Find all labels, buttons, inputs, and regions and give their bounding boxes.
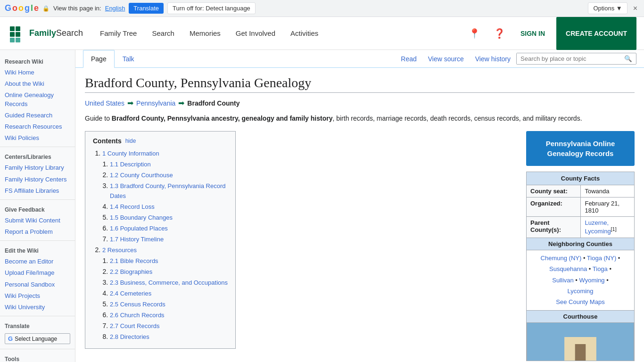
parent-ref: [1]	[611, 226, 617, 232]
google-logo: Google	[5, 3, 39, 13]
wiki-search: 🔍	[516, 53, 636, 65]
close-translate-button[interactable]: ×	[631, 4, 639, 13]
logo-text: FamilySearch	[29, 28, 83, 38]
sidebar: Research Wiki Wiki Home About the Wiki O…	[0, 50, 75, 362]
article-title: Bradford County, Pennsylvania Genealogy	[85, 75, 635, 93]
sidebar-personal-sandbox[interactable]: Personal Sandbox	[0, 279, 75, 290]
svg-rect-0	[10, 26, 15, 31]
content-area: Page Talk Read View source View history …	[75, 50, 644, 362]
sidebar-family-history-centers[interactable]: Family History Centers	[0, 174, 75, 185]
lock-icon: 🔒	[42, 5, 50, 12]
nav-family-tree[interactable]: Family Tree	[92, 17, 144, 50]
toc-item-1-4[interactable]: 1.4 Record Loss	[110, 203, 155, 210]
tab-view-source[interactable]: View source	[422, 51, 470, 66]
toc-item-1-1[interactable]: 1.1 Description	[110, 161, 151, 168]
sidebar-report-problem[interactable]: Report a Problem	[0, 226, 75, 238]
sidebar-upload-file-image[interactable]: Upload File/Image	[0, 267, 75, 279]
courthouse-image	[527, 323, 634, 361]
select-language-btn[interactable]: G Select Language	[5, 333, 70, 344]
sidebar-family-history-library[interactable]: Family History Library	[0, 162, 75, 173]
main-layout: Research Wiki Wiki Home About the Wiki O…	[0, 50, 644, 362]
sidebar-research-resources[interactable]: Research Resources	[0, 121, 75, 132]
language-link[interactable]: English	[105, 5, 125, 12]
toc-item-1-5[interactable]: 1.5 Boundary Changes	[110, 214, 173, 221]
sign-in-button[interactable]: SIGN IN	[515, 26, 551, 41]
sullivan-link[interactable]: Sullivan	[552, 277, 574, 284]
top-navigation: FamilySearch Family Tree Search Memories…	[0, 17, 644, 50]
create-account-button[interactable]: CREATE ACCOUNT	[556, 17, 636, 50]
site-logo[interactable]: FamilySearch	[8, 24, 83, 43]
toc-item-1[interactable]: 1 County Information	[102, 150, 159, 157]
breadcrumb-county: Bradford County	[187, 99, 239, 107]
sidebar-become-editor[interactable]: Become an Editor	[0, 256, 75, 267]
toc-item-2-1[interactable]: 2.1 Bible Records	[110, 257, 158, 264]
article-intro: Guide to Bradford County, Pennsylvania a…	[85, 113, 635, 123]
breadcrumb-us[interactable]: United States	[85, 99, 124, 107]
nav-search[interactable]: Search	[144, 17, 182, 50]
lycoming-neighbor-link[interactable]: Lycoming	[567, 288, 593, 295]
toc-hide-link[interactable]: hide	[125, 138, 136, 144]
tioga-ny-link[interactable]: Tioga (NY)	[587, 255, 616, 262]
nav-memories[interactable]: Memories	[182, 17, 228, 50]
wyoming-link[interactable]: Wyoming	[579, 277, 605, 284]
translate-button[interactable]: Translate	[129, 3, 164, 14]
organized-value: February 21, 1810	[581, 197, 635, 217]
pa-genealogy-button[interactable]: Pennsylvania Online Genealogy Records	[526, 131, 635, 166]
toc-item-2-7[interactable]: 2.7 Court Records	[110, 322, 160, 329]
toc-item-1-2[interactable]: 1.2 County Courthouse	[110, 172, 173, 179]
sidebar-wiki-policies[interactable]: Wiki Policies	[0, 132, 75, 144]
sidebar-about-wiki[interactable]: About the Wiki	[0, 78, 75, 90]
sidebar-wiki-projects[interactable]: Wiki Projects	[0, 290, 75, 302]
tools-title: Tools	[0, 352, 75, 362]
toc-item-2-5[interactable]: 2.5 Census Records	[110, 301, 165, 308]
wiki-search-button[interactable]: 🔍	[620, 53, 636, 64]
sidebar-online-genealogy[interactable]: Online Genealogy Records	[0, 90, 75, 109]
toc-item-2[interactable]: 2 Resources	[102, 247, 137, 254]
chemung-ny-link[interactable]: Chemung (NY)	[541, 255, 582, 262]
svg-rect-2	[10, 32, 15, 37]
turnoff-button[interactable]: Turn off for: Detect language	[167, 2, 256, 14]
breadcrumb-pa[interactable]: Pennsylvania	[136, 99, 175, 107]
help-icon-button[interactable]: ❓	[490, 24, 509, 43]
toc-item-2-8[interactable]: 2.8 Directories	[110, 333, 149, 340]
toc-item-2-4[interactable]: 2.4 Cemeteries	[110, 290, 151, 297]
luzerne-link[interactable]: Luzerne,	[585, 219, 609, 226]
sidebar-wiki-university[interactable]: Wiki University	[0, 302, 75, 313]
nav-right-actions: 📍 ❓ SIGN IN CREATE ACCOUNT	[465, 17, 636, 50]
toc-item-1-7[interactable]: 1.7 History Timeline	[110, 236, 164, 243]
parent-county-value: Luzerne, Lycoming[1]	[581, 217, 635, 238]
toc-item-2-2[interactable]: 2.2 Biographies	[110, 268, 152, 275]
toc-item-1-6[interactable]: 1.6 Populated Places	[110, 225, 168, 232]
sidebar-wiki-home[interactable]: Wiki Home	[0, 67, 75, 78]
lycoming-link[interactable]: Lycoming	[585, 228, 611, 235]
tab-talk[interactable]: Talk	[115, 50, 142, 68]
toc-title: Contents hide	[93, 137, 228, 145]
susquehanna-link[interactable]: Susquehanna	[549, 265, 587, 272]
county-facts-header: County Facts	[527, 172, 635, 185]
location-icon-button[interactable]: 📍	[465, 24, 484, 43]
tab-view-history[interactable]: View history	[470, 51, 516, 66]
wiki-search-input[interactable]	[517, 53, 620, 64]
neighboring-counties-header: Neighboring Counties	[527, 238, 635, 250]
organized-label: Organized:	[527, 197, 581, 217]
wiki-tabs: Page Talk Read View source View history …	[75, 50, 644, 68]
nav-get-involved[interactable]: Get Involved	[228, 17, 283, 50]
tab-read[interactable]: Read	[395, 51, 422, 66]
tab-page[interactable]: Page	[83, 50, 115, 68]
toc-list: 1 County Information 1.1 Description 1.2…	[93, 148, 228, 342]
sidebar-guided-research[interactable]: Guided Research	[0, 110, 75, 121]
sidebar-submit-wiki-content[interactable]: Submit Wiki Content	[0, 215, 75, 226]
options-button[interactable]: Options ▼	[588, 2, 627, 14]
breadcrumb-arrow-1: ➡	[127, 99, 133, 107]
sidebar-fs-affiliate-libraries[interactable]: FS Affiliate Libraries	[0, 185, 75, 197]
tioga-link[interactable]: Tioga	[593, 265, 608, 272]
parent-county-label: Parent County(s):	[527, 217, 581, 238]
toc-item-1-3[interactable]: 1.3 Bradford County, Pennsylvania Record…	[110, 182, 225, 199]
toc-item-2-6[interactable]: 2.6 Church Records	[110, 312, 165, 319]
toc-item-2-3[interactable]: 2.3 Business, Commerce, and Occupations	[110, 279, 228, 286]
see-county-maps-link[interactable]: See County Maps	[556, 298, 604, 305]
centers-libraries-title: Centers/Libraries	[0, 150, 75, 162]
article-main: Contents hide 1 County Information 1.1 D…	[85, 131, 517, 362]
county-seat-label: County seat:	[527, 185, 581, 197]
nav-activities[interactable]: Activities	[283, 17, 326, 50]
